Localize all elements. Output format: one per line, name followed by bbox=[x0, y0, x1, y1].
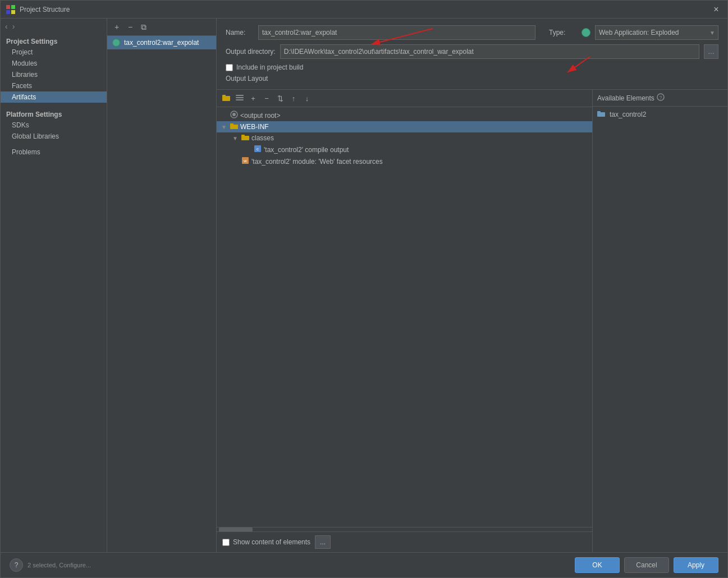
web-facet-icon: w bbox=[241, 157, 249, 166]
layout-down-btn[interactable]: ↓ bbox=[301, 92, 313, 104]
status-text: 2 selected, Configure... bbox=[28, 562, 91, 568]
output-directory-row: Output directory: … bbox=[226, 44, 718, 59]
available-header: Available Elements ? bbox=[593, 90, 727, 107]
remove-artifact-button[interactable]: − bbox=[124, 21, 136, 33]
sidebar-item-sdks[interactable]: SDKs bbox=[1, 120, 107, 131]
show-content-checkbox[interactable] bbox=[222, 539, 230, 546]
sidebar-item-global-libraries[interactable]: Global Libraries bbox=[1, 131, 107, 142]
sidebar-item-project[interactable]: Project bbox=[1, 47, 107, 58]
type-icon bbox=[582, 28, 590, 37]
content-area: ‹ › Project Settings Project Modules Lib… bbox=[1, 19, 727, 552]
svg-rect-5 bbox=[222, 95, 226, 97]
cancel-button[interactable]: Cancel bbox=[624, 557, 669, 573]
webinf-icon bbox=[230, 122, 238, 131]
svg-text:c: c bbox=[257, 146, 259, 152]
output-dir-input[interactable] bbox=[280, 44, 699, 59]
sidebar-item-facets[interactable]: Facets bbox=[1, 80, 107, 91]
project-structure-dialog: Project Structure × ‹ › Project Settings… bbox=[0, 0, 728, 578]
sidebar-item-artifacts[interactable]: Artifacts bbox=[1, 91, 107, 103]
type-label: Type: bbox=[549, 29, 577, 36]
ok-button[interactable]: OK bbox=[575, 557, 620, 573]
sidebar-item-modules[interactable]: Modules bbox=[1, 58, 107, 69]
more-button[interactable]: ... bbox=[315, 535, 331, 549]
artifact-item-war-expolat[interactable]: tax_control2:war_expolat bbox=[107, 36, 216, 49]
output-layout-header: Output Layout bbox=[226, 75, 718, 82]
classes-icon bbox=[241, 134, 249, 143]
footer: ? 2 selected, Configure... OK Cancel App… bbox=[1, 552, 727, 577]
copy-artifact-button[interactable]: ⧉ bbox=[138, 21, 150, 33]
sidebar-divider bbox=[1, 103, 107, 107]
sidebar: ‹ › Project Settings Project Modules Lib… bbox=[1, 19, 107, 552]
nav-back-arrow[interactable]: ‹ bbox=[5, 22, 8, 31]
name-type-row: Name: Type: Web Application: Exploded bbox=[226, 25, 718, 40]
nav-arrows: ‹ › bbox=[1, 19, 107, 34]
layout-add-btn[interactable]: + bbox=[247, 92, 259, 104]
output-root-icon bbox=[230, 111, 238, 120]
help-button[interactable]: ? bbox=[10, 558, 23, 572]
svg-rect-8 bbox=[236, 99, 244, 100]
svg-rect-3 bbox=[11, 10, 15, 14]
web-facet-label: 'tax_control2' module: 'Web' facet resou… bbox=[251, 158, 383, 166]
type-select-wrapper: Web Application: Exploded bbox=[595, 25, 718, 40]
tree-item-web-facet[interactable]: w 'tax_control2' module: 'Web' facet res… bbox=[217, 155, 592, 167]
classes-arrow: ▼ bbox=[232, 135, 239, 141]
available-elements-panel: Available Elements ? bbox=[593, 90, 727, 552]
layout-remove-btn[interactable]: − bbox=[260, 92, 273, 104]
available-tree: tax_control2 bbox=[593, 107, 727, 552]
svg-rect-0 bbox=[6, 5, 10, 9]
webinf-arrow: ▼ bbox=[221, 124, 228, 130]
tree-item-compile-output[interactable]: c 'tax_control2' compile output bbox=[217, 144, 592, 155]
artifact-item-icon bbox=[112, 38, 121, 47]
platform-settings-header: Platform Settings bbox=[1, 107, 107, 120]
svg-text:w: w bbox=[243, 158, 247, 163]
sidebar-item-problems[interactable]: Problems bbox=[1, 146, 107, 158]
title-bar: Project Structure × bbox=[1, 1, 727, 19]
svg-rect-22 bbox=[597, 111, 601, 113]
sidebar-item-libraries[interactable]: Libraries bbox=[1, 69, 107, 80]
name-label: Name: bbox=[226, 29, 254, 36]
output-layout-area: + − ⇅ ↑ ↓ bbox=[217, 90, 727, 552]
available-item-tax-control2[interactable]: tax_control2 bbox=[593, 109, 727, 120]
footer-right: OK Cancel Apply bbox=[575, 557, 718, 573]
apply-button[interactable]: Apply bbox=[674, 557, 718, 573]
layout-folder-icon bbox=[222, 94, 230, 103]
main-panel: Name: Type: Web Application: Exploded Ou… bbox=[217, 19, 727, 552]
available-item-icon bbox=[597, 110, 605, 119]
include-in-build-label[interactable]: Include in project build bbox=[236, 63, 303, 71]
artifact-toolbar: + − ⧉ bbox=[107, 19, 216, 36]
layout-sort-btn[interactable]: ⇅ bbox=[274, 92, 286, 104]
svg-rect-2 bbox=[6, 10, 10, 14]
bottom-area: Show content of elements ... bbox=[217, 531, 592, 552]
type-select[interactable]: Web Application: Exploded bbox=[595, 25, 718, 40]
available-header-label: Available Elements bbox=[597, 94, 654, 102]
layout-up-btn[interactable]: ↑ bbox=[287, 92, 300, 104]
include-in-build-row: Include in project build bbox=[226, 63, 718, 71]
tree-item-webinf[interactable]: ▼ WEB-INF bbox=[217, 121, 592, 132]
webinf-label: WEB-INF bbox=[240, 123, 269, 131]
output-root-label: <output root> bbox=[240, 112, 280, 120]
tree-item-classes[interactable]: ▼ classes bbox=[217, 132, 592, 144]
show-content-row: Show content of elements bbox=[222, 538, 310, 546]
sidebar-divider-2 bbox=[1, 142, 107, 146]
svg-rect-12 bbox=[230, 123, 233, 126]
svg-rect-6 bbox=[236, 95, 244, 96]
show-content-label[interactable]: Show content of elements bbox=[233, 538, 310, 546]
layout-list-btn[interactable] bbox=[233, 92, 246, 104]
browse-button[interactable]: … bbox=[704, 44, 718, 59]
tree-item-output-root[interactable]: <output root> bbox=[217, 109, 592, 121]
compile-output-label: 'tax_control2' compile output bbox=[264, 146, 349, 154]
svg-point-10 bbox=[232, 113, 236, 116]
layout-folder-btn[interactable] bbox=[220, 92, 232, 104]
form-area: Name: Type: Web Application: Exploded Ou… bbox=[217, 19, 727, 90]
available-item-label: tax_control2 bbox=[610, 111, 646, 118]
add-artifact-button[interactable]: + bbox=[111, 21, 123, 33]
name-input[interactable] bbox=[258, 25, 535, 40]
artifact-list-panel: + − ⧉ tax_control2:war_expolat bbox=[107, 19, 217, 552]
layout-scrollbar[interactable] bbox=[217, 527, 592, 531]
include-in-build-checkbox[interactable] bbox=[226, 64, 233, 71]
layout-toolbar: + − ⇅ ↑ ↓ bbox=[217, 90, 592, 107]
svg-rect-7 bbox=[236, 97, 244, 98]
close-button[interactable]: × bbox=[711, 4, 722, 15]
compile-icon: c bbox=[254, 145, 262, 154]
nav-forward-arrow[interactable]: › bbox=[12, 22, 15, 31]
